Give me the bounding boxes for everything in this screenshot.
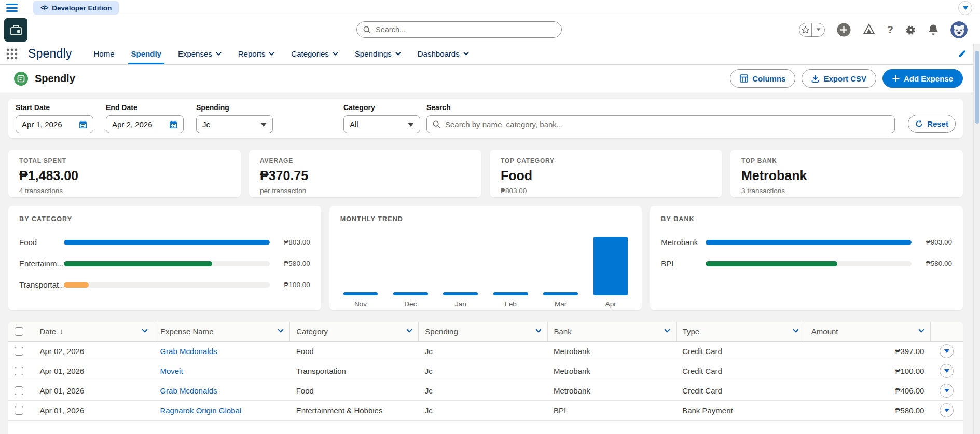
nav-tab-label: Spendly — [131, 49, 161, 58]
select-caret-icon — [408, 123, 414, 127]
trend-bar-slot — [590, 230, 631, 295]
favorites-button[interactable] — [799, 23, 825, 37]
start-date-input[interactable] — [22, 120, 79, 129]
category-select-value: All — [350, 120, 358, 129]
nav-tab-label: Home — [94, 49, 115, 58]
expenses-table: Date↓Expense NameCategorySpendingBankTyp… — [8, 322, 963, 421]
utility-bar: </> Developer Edition — [0, 0, 980, 16]
select-all-checkbox[interactable] — [15, 327, 23, 336]
start-date-input-wrap[interactable] — [16, 115, 93, 133]
bank-cell: BPI — [547, 400, 676, 420]
column-menu-button[interactable] — [664, 329, 670, 333]
app-launcher-waffle-icon[interactable] — [6, 48, 18, 60]
table-search-wrap[interactable] — [426, 115, 895, 133]
row-checkbox[interactable] — [15, 347, 23, 356]
help-icon[interactable]: ? — [887, 24, 893, 36]
developer-edition-badge[interactable]: </> Developer Edition — [33, 1, 119, 15]
row-actions-button[interactable] — [940, 384, 954, 398]
hamburger-menu-icon[interactable] — [6, 4, 18, 12]
column-header-type[interactable]: Type — [676, 322, 805, 341]
page-title: Spendly — [35, 73, 75, 85]
columns-button[interactable]: Columns — [730, 69, 795, 88]
expense-name-link[interactable]: Ragnarok Origin Global — [160, 406, 241, 415]
user-avatar[interactable] — [950, 21, 968, 38]
table-search-input[interactable] — [445, 120, 889, 129]
nav-tab-categories[interactable]: Categories — [290, 43, 339, 64]
nav-tab-expenses[interactable]: Expenses — [177, 43, 223, 64]
nav-tab-home[interactable]: Home — [93, 43, 116, 64]
page-actions: Columns Export CSV Add Expense — [730, 69, 963, 88]
column-header-label: Expense Name — [160, 327, 214, 336]
type-value: Bank Payment — [682, 406, 733, 415]
global-search-input[interactable] — [376, 25, 555, 34]
org-logo[interactable] — [4, 18, 27, 42]
expense-name-link[interactable]: Grab Mcdonalds — [160, 386, 217, 395]
column-menu-button[interactable] — [535, 329, 542, 333]
chevron-down-icon — [963, 6, 968, 10]
monthly-trend-title: MONTHLY TREND — [340, 215, 631, 223]
amount-value: ₱397.00 — [895, 347, 924, 356]
column-menu-button[interactable] — [406, 329, 412, 333]
column-menu-button[interactable] — [793, 329, 799, 333]
edit-nav-pencil-icon[interactable] — [958, 49, 967, 58]
app-nav-bar: Spendly HomeSpendlyExpensesReportsCatego… — [0, 43, 980, 65]
expense-name-cell: Grab Mcdonalds — [154, 341, 289, 361]
calendar-icon[interactable] — [169, 120, 177, 129]
setup-gear-icon[interactable] — [905, 24, 916, 35]
column-menu-button[interactable] — [918, 329, 924, 333]
trailhead-guidance-icon[interactable] — [863, 23, 875, 36]
expense-name-link[interactable]: Moveit — [160, 367, 183, 375]
utility-dropdown-button[interactable] — [958, 1, 972, 15]
end-date-input[interactable] — [112, 120, 169, 129]
star-icon[interactable] — [799, 23, 812, 36]
date-value: Apr 01, 2026 — [39, 386, 84, 395]
row-checkbox[interactable] — [15, 367, 23, 375]
bar-label: Entertainm... — [19, 259, 64, 268]
column-header-amount[interactable]: Amount — [805, 322, 930, 341]
chevron-down-icon — [216, 52, 222, 56]
column-menu-button[interactable] — [278, 329, 284, 333]
amount-cell: ₱100.00 — [805, 361, 930, 381]
row-checkbox[interactable] — [15, 406, 23, 415]
column-menu-button[interactable] — [142, 329, 148, 333]
column-header-category[interactable]: Category — [290, 322, 419, 341]
column-header-label: Bank — [554, 327, 572, 336]
spending-filter-label: Spending — [196, 103, 273, 112]
page-header: Spendly Columns Export CSV — [0, 65, 980, 92]
spending-value: Jc — [425, 386, 433, 395]
column-header-date[interactable]: Date↓ — [33, 322, 154, 341]
row-actions-button[interactable] — [940, 364, 954, 378]
nav-tab-label: Categories — [291, 49, 329, 58]
chart-panels: BY CATEGORY Food₱803.00Entertainm...₱580… — [8, 206, 963, 310]
calendar-icon[interactable] — [79, 120, 87, 129]
end-date-input-wrap[interactable] — [106, 115, 184, 133]
favorites-caret[interactable] — [811, 23, 824, 36]
column-header-expense-name[interactable]: Expense Name — [154, 322, 289, 341]
by-bank-panel: BY BANK Metrobank₱903.00BPI₱580.00 — [650, 206, 963, 310]
spending-select[interactable]: Jc — [196, 115, 273, 133]
select-all-header-cell — [8, 322, 33, 341]
nav-tab-reports[interactable]: Reports — [237, 43, 276, 64]
row-actions-button[interactable] — [940, 403, 954, 417]
column-header-spending[interactable]: Spending — [419, 322, 547, 341]
row-actions-button[interactable] — [940, 344, 954, 358]
row-checkbox[interactable] — [15, 386, 23, 395]
column-header-bank[interactable]: Bank — [547, 322, 676, 341]
reset-filters-button[interactable]: Reset — [908, 115, 956, 133]
notifications-bell-icon[interactable] — [928, 24, 938, 35]
scrollbar-thumb[interactable] — [975, 51, 979, 124]
table-row: Apr 02, 2026Grab McdonaldsFoodJcMetroban… — [8, 341, 963, 361]
nav-tab-dashboards[interactable]: Dashboards — [417, 43, 470, 64]
global-search[interactable] — [356, 21, 562, 38]
add-expense-button[interactable]: Add Expense — [882, 69, 963, 88]
nav-tab-spendly[interactable]: Spendly — [130, 43, 162, 64]
chevron-down-icon — [944, 369, 949, 373]
nav-tab-spendings[interactable]: Spendings — [354, 43, 402, 64]
spending-cell: Jc — [419, 341, 547, 361]
export-csv-button[interactable]: Export CSV — [802, 69, 876, 88]
global-actions-plus-icon[interactable] — [837, 23, 851, 37]
category-select[interactable]: All — [343, 115, 420, 133]
vertical-scrollbar[interactable] — [973, 44, 980, 434]
search-icon — [363, 26, 371, 34]
expense-name-link[interactable]: Grab Mcdonalds — [160, 347, 217, 356]
